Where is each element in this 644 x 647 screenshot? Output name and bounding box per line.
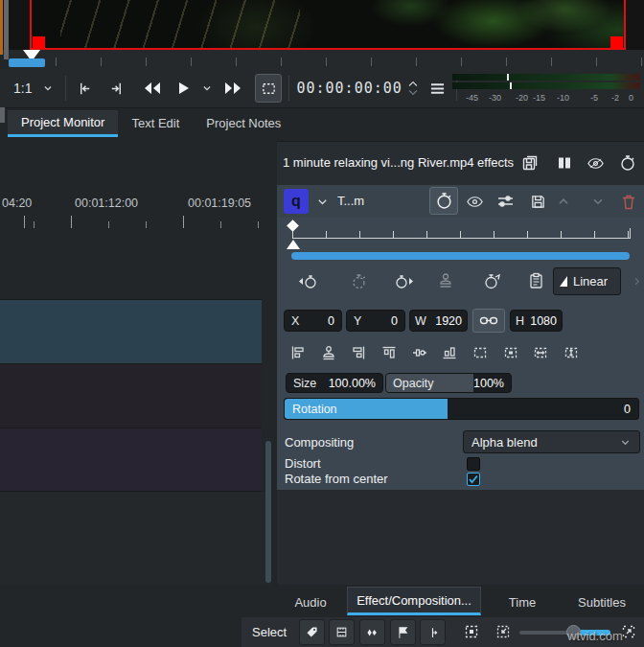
save-effect-stack-button[interactable] — [520, 153, 540, 173]
compositing-dropdown[interactable]: Alpha blend — [463, 430, 640, 453]
align-top-button[interactable] — [380, 343, 399, 362]
zone-in-icon — [77, 81, 93, 97]
center-horizontal-button[interactable] — [319, 343, 338, 362]
align-bottom-button[interactable] — [440, 343, 459, 362]
keyframe-ruler-line — [292, 238, 631, 239]
zoom-fit-icon — [463, 623, 480, 640]
zoom-out-button[interactable] — [494, 623, 512, 640]
opacity-label: Opacity — [393, 377, 433, 390]
keyframe-zone-bar[interactable] — [291, 252, 630, 260]
size-spinbox[interactable]: Size 100.00% — [286, 373, 383, 393]
effect-collapse-chevron[interactable] — [314, 194, 330, 209]
x-position-spinbox[interactable]: X 0 — [284, 310, 342, 332]
timeline-track-1[interactable] — [0, 237, 262, 300]
rewind-icon — [142, 81, 163, 96]
monitor-edit-mode-toggle[interactable] — [255, 74, 282, 103]
monitor-zone-bar[interactable] — [9, 58, 45, 67]
timeline-empty-area[interactable] — [0, 492, 271, 585]
transform-handle-bottom-left[interactable] — [33, 36, 45, 49]
toolbar-separator — [288, 76, 289, 101]
apply-value-button[interactable] — [436, 271, 455, 290]
height-spinbox[interactable]: H 1080 — [510, 310, 563, 332]
timecode-spinner[interactable] — [406, 80, 420, 97]
effect-enable-toggle[interactable] — [465, 193, 484, 210]
zone-out-button[interactable] — [104, 74, 128, 103]
opacity-slider[interactable]: Opacity 100% — [385, 373, 512, 393]
audio-meter-tick — [510, 82, 512, 89]
fit-width-button[interactable] — [531, 343, 550, 362]
effects-keyframes-button[interactable] — [618, 153, 637, 173]
keyframe-options-chevron[interactable] — [630, 273, 643, 289]
interpolation-dropdown[interactable]: Linear — [553, 267, 621, 295]
distort-checkbox[interactable] — [467, 457, 480, 471]
effect-icon[interactable]: q — [284, 189, 309, 214]
clipboard-icon — [528, 272, 544, 289]
show-audio-thumbnails-toggle[interactable] — [359, 619, 385, 645]
center-vertical-button[interactable] — [410, 343, 429, 362]
rotation-slider[interactable]: Rotation 0 — [284, 398, 639, 420]
timeline-vertical-scrollbar[interactable] — [265, 441, 271, 583]
align-right-button[interactable] — [349, 343, 368, 362]
ruler-timestamp: 04:20 — [2, 196, 32, 210]
rotate-from-center-checkbox[interactable] — [467, 473, 480, 486]
audio-meter-bar-right — [452, 82, 640, 89]
play-button[interactable] — [171, 74, 196, 103]
monitor-menu-button[interactable] — [426, 74, 449, 103]
zone-in-button[interactable] — [73, 74, 97, 103]
tab-project-monitor[interactable]: Project Monitor — [8, 110, 118, 137]
fit-height-button[interactable] — [562, 343, 581, 362]
monitor-zoom-dropdown[interactable]: 1:1 — [10, 74, 58, 103]
x-value: 0 — [328, 314, 334, 328]
previous-keyframe-button[interactable] — [298, 271, 318, 290]
effect-move-down-button[interactable] — [589, 193, 607, 210]
keyframe-ruler[interactable] — [277, 218, 644, 252]
show-markers-toggle[interactable] — [390, 619, 416, 645]
tab-subtitles[interactable]: Subtitles — [571, 589, 632, 616]
effect-presets-button[interactable] — [495, 193, 515, 210]
timeline-track-3[interactable] — [0, 364, 262, 428]
effect-header-row[interactable]: q T...m — [277, 185, 644, 218]
copy-keyframes-button[interactable] — [526, 271, 545, 290]
center-vertical-icon — [411, 344, 428, 361]
next-keyframe-button[interactable] — [394, 271, 414, 290]
video-frame[interactable] — [30, 0, 626, 50]
keyframe-toolbar: Linear — [277, 266, 644, 300]
fit-best-button[interactable] — [501, 343, 520, 362]
forward-icon — [222, 81, 243, 96]
tab-effect-composition[interactable]: Effect/Composition... — [347, 587, 481, 615]
timeline-ruler[interactable]: 04:20 00:01:12:00 00:01:19:05 — [0, 187, 271, 230]
effect-save-button[interactable] — [529, 193, 547, 210]
seek-keyframe-toggle[interactable] — [482, 271, 501, 290]
width-spinbox[interactable]: W 1920 — [409, 310, 468, 332]
ruler-timestamp: 00:01:19:05 — [188, 196, 251, 210]
keyframe-playhead[interactable] — [287, 240, 300, 249]
rewind-button[interactable] — [138, 74, 167, 103]
snap-toggle[interactable] — [420, 619, 446, 645]
effect-delete-button[interactable] — [620, 193, 637, 210]
effect-keyframes-toggle[interactable] — [429, 187, 458, 215]
timeline-track-2-selected[interactable] — [0, 300, 262, 364]
compare-effect-button[interactable] — [555, 153, 574, 173]
link-dimensions-toggle[interactable] — [472, 309, 505, 333]
play-options-dropdown[interactable] — [196, 74, 218, 103]
align-left-button[interactable] — [288, 343, 308, 362]
y-position-spinbox[interactable]: Y 0 — [346, 310, 405, 332]
add-keyframe-button[interactable] — [349, 271, 368, 290]
fit-zoom-button[interactable] — [462, 622, 481, 641]
show-effect-zone-button[interactable] — [586, 153, 605, 173]
monitor-ruler[interactable] — [10, 50, 644, 69]
timeline-track-4[interactable] — [0, 428, 262, 492]
chevron-right-icon — [631, 275, 643, 288]
left-scrollbar-strip[interactable] — [4, 0, 9, 59]
forward-button[interactable] — [218, 74, 247, 103]
show-thumbnails-toggle[interactable] — [329, 619, 355, 645]
keyframe-diamond[interactable] — [287, 220, 299, 232]
tab-text-edit[interactable]: Text Edit — [118, 110, 193, 137]
show-tags-toggle[interactable] — [299, 619, 325, 645]
tab-project-notes[interactable]: Project Notes — [193, 110, 294, 137]
transform-handle-bottom-right[interactable] — [610, 36, 623, 49]
effect-move-up-button[interactable] — [555, 193, 572, 210]
fit-to-frame-button[interactable] — [471, 343, 490, 362]
zone-out-icon — [108, 81, 125, 97]
timecode-display[interactable]: 00:00:00:00 — [296, 80, 402, 97]
